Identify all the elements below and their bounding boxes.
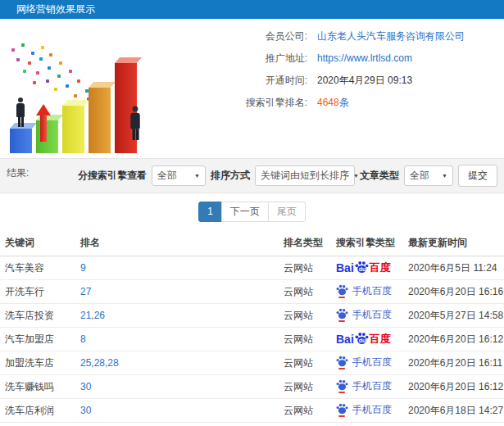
table-row: 开洗车行 27 云网站 手机百度 2020年6月20日 (0, 280, 504, 304)
header-rank-type: 排名类型 (279, 229, 331, 256)
info-row-engine-rank: 搜索引擎排名: 4648条 (157, 97, 504, 109)
mobile-baidu-label: 手机百度 (352, 403, 392, 416)
top-section: 会员公司: 山东老人头汽车服务咨询有限公司 推广地址: https://www.… (0, 19, 504, 158)
next-page-button[interactable]: 下一页 (221, 202, 269, 222)
keyword-cell: 洗车店加盟 (0, 423, 75, 426)
article-type-label: 文章类型 (360, 169, 399, 183)
baidu-logo: Bai du 百度 (336, 261, 391, 274)
header-updated-time: 最新更新时间 (403, 229, 504, 256)
sort-selected-value: 关键词由短到长排序 (261, 169, 349, 183)
rank-link[interactable]: 30 (80, 405, 91, 416)
engine-rank-count: 4648 (317, 97, 339, 108)
table-row: 洗车店投资 21,26 云网站 手机百度 2020年5 (0, 304, 504, 328)
engine-cell: 手机百度 (331, 280, 403, 304)
results-table-body: 汽车美容 9 云网站 Bai du 百度 (0, 256, 504, 426)
rank-link[interactable]: 21,26 (80, 310, 105, 321)
updated-time-cell: 2020年6月5日 11:24 (403, 256, 504, 280)
rank-cell: 25,28,28 (75, 351, 279, 375)
last-page-button[interactable]: 尾页 (268, 202, 306, 222)
sort-select[interactable]: 关键词由短到长排序 ▼ (255, 165, 355, 186)
growth-arrow-icon (36, 104, 51, 143)
mobile-baidu-paw-icon (336, 308, 348, 321)
result-label: 结果: (7, 166, 29, 180)
engine-rank-unit: 条 (339, 97, 349, 108)
promotion-url-link[interactable]: https://www.lrtlsd.com (317, 52, 412, 65)
updated-time-cell: 2020年6月18日 14:27 (403, 399, 504, 423)
engine-cell: 手机百度 (331, 351, 403, 375)
header-engine-type: 搜索引擎类型 (331, 229, 403, 256)
keyword-cell: 开洗车行 (0, 280, 75, 304)
mobile-baidu-paw-icon (336, 356, 348, 369)
engine-view-select[interactable]: 全部 ▼ (152, 165, 206, 186)
table-header-row: 关键词 排名 排名类型 搜索引擎类型 最新更新时间 (0, 229, 504, 256)
engine-cell: Bai du 百度 (331, 328, 403, 351)
account-info-list: 会员公司: 山东老人头汽车服务咨询有限公司 推广地址: https://www.… (157, 19, 504, 158)
baidu-logo-text-bai: Bai (336, 333, 354, 345)
table-row: 汽车加盟店 8 云网站 Bai du 百度 (0, 328, 504, 351)
chevron-down-icon: ▼ (353, 173, 359, 179)
open-time-label: 开通时间: (157, 75, 307, 87)
page-title: 网络营销效果展示 (16, 3, 95, 15)
baidu-logo-text-cn: 百度 (370, 262, 391, 274)
rank-cell: 27 (75, 280, 279, 304)
chevron-down-icon: ▼ (194, 173, 200, 179)
rank-cell: 21,26 (75, 304, 279, 328)
rank-type-cell: 云网站 (279, 304, 331, 328)
filter-bar: 结果: 分搜索引擎查看 全部 ▼ 排序方式 关键词由短到长排序 ▼ 文章类型 全… (0, 158, 504, 193)
baidu-paw-text: du (359, 338, 366, 343)
keyword-cell: 加盟洗车店 (0, 351, 75, 375)
submit-button[interactable]: 提交 (458, 165, 497, 187)
rank-link[interactable]: 25,28,28 (80, 357, 119, 369)
rank-link[interactable]: 9 (80, 262, 86, 274)
keyword-cell: 汽车加盟店 (0, 328, 75, 351)
table-row: 加盟洗车店 25,28,28 云网站 手机百度 202 (0, 351, 504, 375)
engine-cell: 手机百度 (331, 399, 403, 423)
baidu-logo-text-bai: Bai (336, 262, 354, 274)
baidu-logo: Bai du 百度 (336, 332, 391, 345)
article-type-select[interactable]: 全部 ▼ (404, 165, 453, 186)
page-1-button[interactable]: 1 (198, 202, 222, 222)
company-label: 会员公司: (157, 30, 307, 43)
engine-cell: Bai du 百度 (331, 256, 403, 280)
updated-time-cell: 2020年6月20日 16:16 (403, 280, 504, 304)
baidu-paw-icon: du (355, 261, 369, 274)
rank-type-cell: 云网站 (279, 375, 331, 399)
mobile-baidu-paw-icon (336, 284, 348, 297)
illustration-bar-yellow (62, 106, 84, 153)
businessman-figure-left (15, 97, 26, 127)
engine-view-label: 分搜索引擎查看 (78, 169, 147, 183)
header-rank: 排名 (75, 229, 279, 256)
mobile-baidu-paw-icon (336, 379, 348, 392)
article-type-selected-value: 全部 (410, 169, 429, 183)
results-table: 关键词 排名 排名类型 搜索引擎类型 最新更新时间 汽车美容 9 云网站 Bai (0, 229, 504, 426)
rank-cell: 30 (75, 375, 279, 399)
rank-type-cell: 云网站 (279, 399, 331, 423)
baidu-logo-text-cn: 百度 (370, 333, 391, 345)
rank-link[interactable]: 30 (80, 381, 91, 392)
rank-type-cell: 云网站 (279, 423, 331, 426)
rank-link[interactable]: 27 (80, 286, 91, 297)
mobile-baidu-logo: 手机百度 (336, 403, 392, 416)
engine-cell: 手机百度 (331, 375, 403, 399)
bar-chart-illustration (0, 19, 157, 158)
rank-type-cell: 云网站 (279, 280, 331, 304)
table-row: 洗车店利润 30 云网站 手机百度 2020年6月18 (0, 399, 504, 423)
engine-cell: Bai du 百度 (331, 423, 403, 426)
engine-view-selected-value: 全部 (157, 169, 177, 183)
table-row: 洗车店加盟 3 云网站 Bai du 百度 (0, 423, 504, 426)
titlebar: 网络营销效果展示 (0, 0, 504, 19)
table-row: 汽车美容 9 云网站 Bai du 百度 (0, 256, 504, 280)
company-link[interactable]: 山东老人头汽车服务咨询有限公司 (317, 30, 465, 43)
rank-type-cell: 云网站 (279, 351, 331, 375)
rank-link[interactable]: 8 (80, 333, 86, 345)
updated-time-cell: 2020年5月27日 14:58 (403, 304, 504, 328)
keyword-cell: 洗车赚钱吗 (0, 375, 75, 399)
mobile-baidu-logo: 手机百度 (336, 308, 392, 321)
mobile-baidu-logo: 手机百度 (336, 356, 392, 369)
rank-type-cell: 云网站 (279, 256, 331, 280)
mobile-baidu-logo: 手机百度 (336, 379, 392, 392)
rank-type-cell: 云网站 (279, 328, 331, 351)
info-row-company: 会员公司: 山东老人头汽车服务咨询有限公司 (157, 30, 504, 43)
filter-controls: 分搜索引擎查看 全部 ▼ 排序方式 关键词由短到长排序 ▼ 文章类型 全部 ▼ … (78, 159, 497, 193)
mobile-baidu-label: 手机百度 (352, 379, 392, 392)
